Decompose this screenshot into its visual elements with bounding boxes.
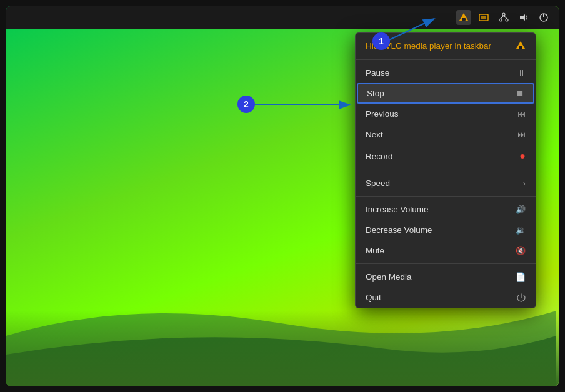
menu-open-media[interactable]: Open Media 📄: [356, 267, 536, 287]
context-menu: Hide VLC media player in taskbar Pause ⏸…: [355, 32, 536, 308]
network-tray-icon[interactable]: [496, 10, 511, 25]
menu-open-media-label: Open Media: [366, 272, 516, 282]
menu-decrease-volume-label: Decrease Volume: [366, 225, 516, 235]
menu-mute-label: Mute: [366, 246, 516, 255]
menu-record-label: Record: [366, 152, 519, 161]
volume-down-icon: 🔉: [516, 225, 526, 235]
taskbar: [6, 6, 559, 29]
power-tray-icon[interactable]: [536, 10, 551, 25]
menu-record[interactable]: Record ●: [356, 145, 536, 167]
menu-speed-label: Speed: [366, 179, 523, 188]
menu-speed[interactable]: Speed ›: [356, 173, 536, 194]
menu-quit-label: Quit: [366, 293, 517, 302]
next-icon: ⏭: [518, 130, 526, 139]
speed-chevron-icon: ›: [523, 179, 526, 188]
previous-icon: ⏮: [518, 109, 526, 119]
svg-marker-9: [520, 14, 525, 21]
separator-2: [356, 170, 536, 170]
record-icon: ●: [519, 150, 526, 162]
vlc-cone-icon: [516, 41, 526, 51]
separator-1: [356, 59, 536, 60]
menu-stop-label: Stop: [367, 89, 516, 98]
volume-tray-icon[interactable]: [516, 10, 531, 25]
menu-hide-vlc[interactable]: Hide VLC media player in taskbar: [356, 33, 536, 57]
svg-point-4: [502, 13, 505, 16]
orange-tray-icon[interactable]: [476, 10, 491, 25]
svg-point-6: [506, 19, 508, 21]
stop-icon: ⏹: [516, 89, 524, 98]
menu-pause[interactable]: Pause ⏸: [356, 62, 536, 83]
menu-quit[interactable]: Quit: [356, 287, 536, 308]
open-media-icon: 📄: [516, 272, 526, 282]
menu-increase-volume-label: Increase Volume: [366, 205, 516, 214]
svg-rect-1: [462, 18, 466, 21]
vlc-taskbar-icon[interactable]: [456, 10, 471, 25]
svg-line-8: [504, 16, 507, 19]
menu-increase-volume[interactable]: Increase Volume 🔊: [356, 199, 536, 220]
separator-3: [356, 196, 536, 197]
svg-line-7: [501, 16, 504, 19]
menu-stop[interactable]: Stop ⏹: [357, 83, 534, 104]
menu-previous-label: Previous: [366, 109, 518, 119]
menu-decrease-volume[interactable]: Decrease Volume 🔉: [356, 220, 536, 240]
menu-next[interactable]: Next ⏭: [356, 124, 536, 145]
svg-rect-13: [519, 46, 522, 49]
quit-icon: [517, 293, 526, 302]
mute-icon: 🔇: [516, 246, 526, 255]
pause-icon: ⏸: [518, 68, 526, 77]
menu-mute[interactable]: Mute 🔇: [356, 240, 536, 261]
svg-rect-3: [481, 16, 486, 19]
separator-4: [356, 263, 536, 264]
menu-next-label: Next: [366, 130, 518, 139]
menu-hide-vlc-label: Hide VLC media player in taskbar: [366, 41, 516, 51]
menu-pause-label: Pause: [366, 68, 518, 77]
menu-previous[interactable]: Previous ⏮: [356, 104, 536, 124]
volume-up-icon: 🔊: [516, 205, 526, 214]
svg-point-5: [499, 19, 502, 21]
